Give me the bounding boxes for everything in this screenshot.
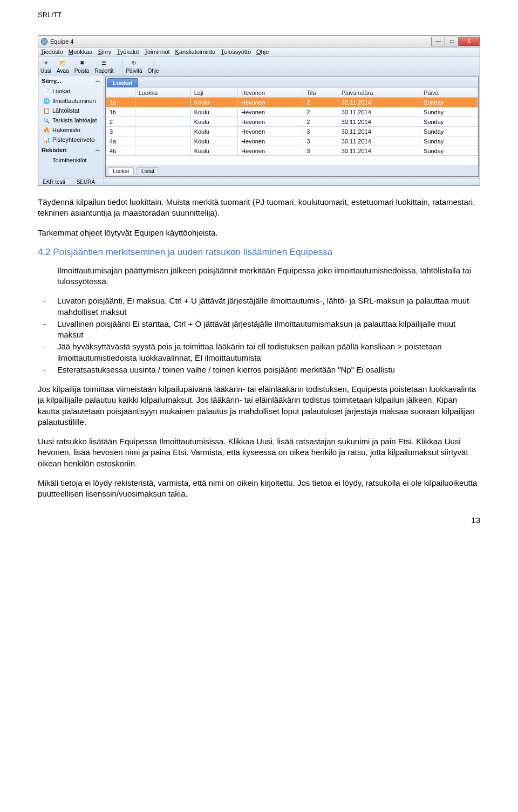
paragraph: Ilmoittautumisajan päättymisen jälkeen p… (38, 265, 480, 287)
tab-row: Luokat (106, 77, 478, 87)
sidebar-section-register[interactable]: Rekisteri ︽ (38, 144, 104, 155)
table-cell: 3 (303, 146, 338, 156)
table-cell: Hevonen (238, 146, 303, 156)
sidebar-item[interactable]: 📋Lähtölistat (38, 106, 104, 115)
menu-item[interactable]: Muokkaa (69, 49, 93, 55)
footer-tab-listat[interactable]: Listat (137, 167, 159, 175)
table-cell: Sunday (420, 107, 478, 117)
maximize-button[interactable]: ▭ (445, 37, 459, 46)
column-header[interactable]: Hevonen (238, 88, 303, 98)
toolbar-poista[interactable]: ✖Poista (74, 58, 90, 74)
table-cell: Hevonen (238, 98, 303, 107)
list-item: Luvaton poisjäänti, Ei maksua, Ctrl + U … (57, 295, 480, 318)
table-cell: Koulu (190, 146, 237, 156)
sidebar-item[interactable]: 📊Pisteyhteenveto (38, 135, 104, 144)
menu-item[interactable]: Siirry (98, 49, 111, 55)
menu-item[interactable]: Kansliatoiminto (175, 49, 216, 55)
list-item: Jää hyväksyttävästä syystä pois ja toimi… (57, 341, 480, 363)
table-row[interactable]: 2KouluHevonen230.11.2014Sunday (106, 117, 478, 127)
toolbar-label: Ohje (147, 68, 159, 74)
table-row[interactable]: 4aKouluHevonen330.11.2014Sunday (106, 136, 478, 146)
table-cell: 3 (303, 136, 338, 146)
sidebar-item-icon: 📊 (43, 136, 50, 143)
table-cell: Koulu (190, 98, 237, 107)
table-cell: Koulu (190, 107, 237, 117)
table-cell: Koulu (190, 127, 237, 136)
sidebar-item-icon: 🌐 (43, 97, 50, 105)
table-row[interactable]: 1aKouluHevonen230.11.2014Sunday (106, 98, 478, 107)
table-cell: Koulu (190, 117, 237, 127)
menu-item[interactable]: Tulossyöttö (221, 49, 251, 55)
column-header[interactable]: Tila (303, 88, 338, 98)
column-header[interactable]: Laji (190, 88, 237, 98)
heading-4-2: 4.2 Poisjääntien merkitseminen ja uuden … (38, 247, 480, 258)
sidebar-item-icon: 📄 (43, 87, 50, 95)
table-cell (135, 127, 190, 136)
menu-item[interactable]: Toiminnot (145, 49, 170, 55)
table-cell (135, 98, 190, 107)
menu-item[interactable]: Tiedosto (40, 49, 63, 55)
toolbar-uusi[interactable]: ✳Uusi (40, 58, 51, 74)
paragraph: Jos kilpailija toimittaa viimeistään kil… (38, 384, 480, 428)
table-cell: 30.11.2014 (338, 136, 420, 146)
sidebar-item[interactable]: 🌐Ilmoittautuminen (38, 96, 104, 106)
column-header[interactable]: Päivämäärä (338, 88, 420, 98)
sidebar-item-icon: 🔥 (43, 126, 50, 134)
sidebar-section-title: Rekisteri (42, 147, 66, 153)
toolbar-icon: ↻ (129, 58, 139, 67)
column-header[interactable] (106, 88, 135, 98)
main-panel: Luokat LuokkaLajiHevonenTilaPäivämääräPä… (105, 77, 479, 177)
table-cell: Hevonen (238, 107, 303, 117)
sidebar-item[interactable]: 📄Luokat (38, 86, 104, 96)
minimize-button[interactable]: — (431, 37, 445, 46)
toolbar-label: Poista (74, 68, 90, 74)
table-cell: 3 (303, 127, 338, 136)
toolbar-icon: 📂 (58, 58, 67, 67)
toolbar-ohje[interactable]: ❔Ohje (147, 58, 159, 74)
table-cell: 2 (303, 117, 338, 127)
toolbar-icon: ✳ (41, 58, 51, 67)
toolbar-separator (122, 59, 122, 74)
sidebar-item-label: Luokat (52, 88, 70, 94)
column-header[interactable]: Luokka (135, 88, 190, 98)
toolbar-avaa[interactable]: 📂Avaa (57, 58, 69, 74)
table-cell: 4b (106, 146, 135, 156)
toolbar-label: Päivitä (126, 68, 142, 74)
sidebar-item[interactable]: Toimihenkilöt (38, 155, 104, 165)
table-cell (135, 146, 190, 156)
paragraph: Mikäli tietoja ei löydy rekisteristä, va… (38, 478, 480, 500)
sidebar-item-icon: 🔍 (43, 116, 50, 124)
sidebar-item-label: Ilmoittautuminen (52, 98, 96, 104)
table-row[interactable]: 4bKouluHevonen330.11.2014Sunday (106, 146, 478, 156)
table-cell: 30.11.2014 (338, 98, 420, 107)
table-row[interactable]: 1bKouluHevonen230.11.2014Sunday (106, 107, 478, 117)
menu-item[interactable]: Ohje (256, 49, 269, 55)
sidebar-section-navigate[interactable]: Siirry... ︽ (38, 75, 104, 86)
column-header[interactable]: Päivä (420, 88, 478, 98)
footer-tab-luokat[interactable]: Luokat (108, 167, 134, 175)
toolbar-päivitä[interactable]: ↻Päivitä (126, 58, 142, 74)
table-row[interactable]: 3KouluHevonen330.11.2014Sunday (106, 127, 478, 136)
toolbar-raportit[interactable]: ☰Raportit (94, 58, 113, 74)
sidebar-section-title: Siirry... (42, 78, 61, 84)
menu-item[interactable]: Työkalut (117, 49, 139, 55)
table-cell: Sunday (420, 127, 478, 136)
toolbar-icon: ✖ (77, 58, 87, 67)
chevron-up-icon: ︽ (96, 77, 100, 84)
toolbar-label: Raportit (94, 68, 113, 74)
sidebar-item[interactable]: 🔍Tarkista lähtöajat (38, 115, 104, 125)
paragraph: Tarkemmat ohjeet löytyvät Equipen käyttö… (38, 228, 480, 238)
close-button[interactable]: X (458, 37, 480, 46)
table-cell (135, 136, 190, 146)
sidebar-item[interactable]: 🔥Hakemisto (38, 125, 104, 135)
table-cell (135, 107, 190, 117)
sidebar-item-icon (43, 156, 50, 164)
statusbar: EKR testi SEURA (38, 178, 480, 185)
data-grid[interactable]: LuokkaLajiHevonenTilaPäivämääräPäivä 1aK… (106, 87, 478, 156)
sidebar-item-label: Hakemisto (52, 127, 80, 133)
sidebar-item-label: Tarkista lähtöajat (52, 117, 97, 123)
tab-luokat[interactable]: Luokat (107, 78, 138, 87)
table-cell: 2 (303, 98, 338, 107)
header-tag: SRL/TT (38, 11, 480, 19)
sidebar-item-label: Lähtölistat (52, 107, 79, 114)
